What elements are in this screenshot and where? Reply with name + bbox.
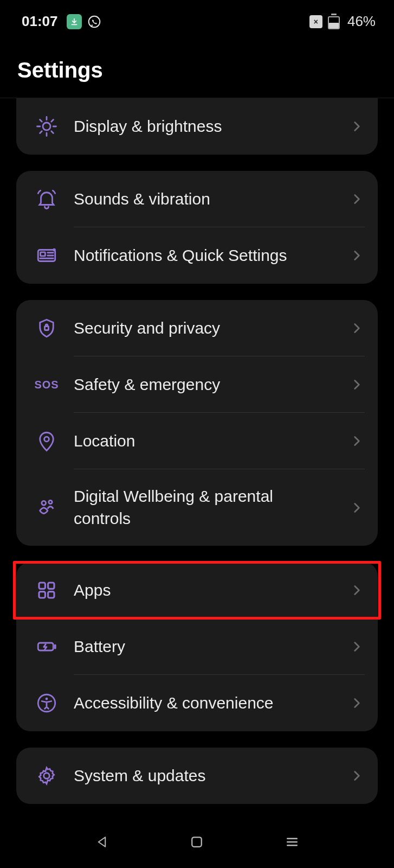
svg-point-16 <box>44 773 50 779</box>
sos-icon: SOS <box>35 373 59 397</box>
settings-row-security[interactable]: Security and privacy <box>16 300 378 356</box>
settings-group: Display & brightness <box>16 98 378 155</box>
settings-row-safety[interactable]: SOSSafety & emergency <box>16 356 378 413</box>
svg-point-6 <box>44 437 49 442</box>
download-icon <box>67 14 82 29</box>
settings-list[interactable]: Display & brightnessSounds & vibrationNo… <box>0 98 394 804</box>
settings-row-label: Digital Wellbeing & parental controls <box>74 486 334 529</box>
brightness-icon <box>35 114 59 138</box>
svg-rect-10 <box>48 583 54 589</box>
chevron-right-icon <box>350 769 364 783</box>
settings-row-label: Notifications & Quick Settings <box>74 245 334 267</box>
shield-icon <box>35 316 59 340</box>
status-left: 01:07 <box>22 13 101 30</box>
settings-group: AppsBatteryAccessibility & convenience <box>16 562 378 731</box>
chevron-right-icon <box>350 696 364 710</box>
svg-point-4 <box>53 248 56 252</box>
location-pin-icon <box>35 429 59 453</box>
battery-icon <box>35 635 59 659</box>
settings-row-label: Battery <box>74 636 334 658</box>
svg-point-15 <box>46 698 48 700</box>
settings-row-label: Location <box>74 430 334 452</box>
accessibility-icon <box>35 691 59 715</box>
settings-row-apps[interactable]: Apps <box>16 562 378 618</box>
chevron-right-icon <box>350 321 364 335</box>
battery-level-icon <box>328 14 342 29</box>
bell-icon <box>35 187 59 211</box>
svg-point-1 <box>43 123 50 130</box>
battery-percentage: 46% <box>347 13 376 30</box>
home-button[interactable] <box>184 829 210 855</box>
gear-icon <box>35 764 59 788</box>
svg-point-8 <box>49 500 52 503</box>
settings-row-label: Safety & emergency <box>74 374 334 396</box>
svg-point-0 <box>88 16 100 27</box>
chevron-right-icon <box>350 640 364 654</box>
chevron-right-icon <box>350 248 364 263</box>
settings-row-notifications[interactable]: Notifications & Quick Settings <box>16 227 378 284</box>
svg-rect-5 <box>45 327 49 330</box>
settings-row-label: Display & brightness <box>74 116 334 138</box>
settings-row-label: System & updates <box>74 765 334 787</box>
settings-row-label: Security and privacy <box>74 317 334 340</box>
svg-rect-3 <box>41 252 46 256</box>
notification-panel-icon <box>35 244 59 267</box>
chevron-right-icon <box>350 583 364 597</box>
status-time: 01:07 <box>22 13 58 30</box>
chevron-right-icon <box>350 378 364 392</box>
svg-rect-12 <box>48 592 54 598</box>
page-title: Settings <box>0 43 394 98</box>
chevron-right-icon <box>350 434 364 448</box>
back-button[interactable] <box>89 829 115 855</box>
system-nav-bar <box>0 816 394 868</box>
settings-row-label: Sounds & vibration <box>74 188 334 210</box>
close-badge-icon: × <box>309 15 322 28</box>
chevron-right-icon <box>350 501 364 515</box>
settings-row-location[interactable]: Location <box>16 413 378 469</box>
chevron-right-icon <box>350 192 364 206</box>
apps-grid-icon <box>35 578 59 602</box>
settings-row-label: Accessibility & convenience <box>74 692 334 714</box>
recent-apps-button[interactable] <box>279 829 305 855</box>
settings-group: Sounds & vibrationNotifications & Quick … <box>16 171 378 284</box>
settings-group: System & updates <box>16 748 378 804</box>
svg-rect-17 <box>192 837 202 847</box>
settings-row-label: Apps <box>74 579 334 602</box>
settings-row-sounds[interactable]: Sounds & vibration <box>16 171 378 227</box>
svg-rect-9 <box>39 583 45 589</box>
settings-row-battery[interactable]: Battery <box>16 618 378 675</box>
settings-row-accessibility[interactable]: Accessibility & convenience <box>16 675 378 731</box>
settings-row-system[interactable]: System & updates <box>16 748 378 804</box>
status-icons <box>67 14 101 29</box>
svg-point-7 <box>42 501 46 505</box>
status-bar: 01:07 × 46% <box>0 0 394 43</box>
wellbeing-icon <box>35 496 59 520</box>
settings-group: Security and privacySOSSafety & emergenc… <box>16 300 378 546</box>
settings-row-wellbeing[interactable]: Digital Wellbeing & parental controls <box>16 469 378 546</box>
settings-row-display[interactable]: Display & brightness <box>16 98 378 155</box>
status-right: × 46% <box>309 13 376 30</box>
whatsapp-icon <box>87 15 101 29</box>
svg-rect-11 <box>39 592 45 598</box>
chevron-right-icon <box>350 119 364 133</box>
